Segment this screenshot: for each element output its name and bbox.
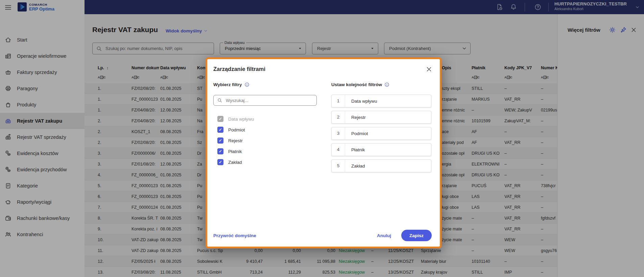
filter-checkbox-label: Podmiot	[228, 127, 245, 132]
search-icon	[217, 98, 222, 103]
restore-defaults-button[interactable]: Przywróć domyślne	[213, 233, 256, 238]
filter-checkbox-label: Płatnik	[228, 149, 242, 154]
modal-search	[213, 95, 317, 106]
filter-order-item[interactable]: 1 Data wpływu	[331, 95, 431, 107]
filter-management-modal: Zarządzanie filtrami Wybierz filtry Data…	[206, 57, 442, 248]
cancel-button[interactable]: Anuluj	[377, 233, 391, 238]
checkbox-icon	[217, 137, 223, 144]
order-number: 1	[332, 95, 345, 107]
app-window: HURTPAPIERNOZYCZKI_TESTBR Aleksandra Kub…	[0, 0, 644, 277]
filter-checkbox[interactable]: Płatnik	[217, 146, 254, 157]
filter-checkbox[interactable]: Data wpływu	[217, 114, 254, 124]
filter-order-item[interactable]: 3 Podmiot	[331, 127, 431, 140]
filter-checkbox-label: Zakład	[228, 160, 242, 165]
order-number: 5	[332, 160, 345, 172]
info-icon[interactable]	[384, 82, 389, 87]
order-number: 3	[332, 127, 345, 140]
checkbox-icon	[217, 116, 223, 122]
filter-order-item[interactable]: 5 Zakład	[331, 159, 431, 172]
checkbox-icon	[217, 127, 223, 133]
order-label: Zakład	[345, 163, 365, 169]
close-icon[interactable]	[426, 66, 432, 73]
order-label: Płatnik	[345, 147, 365, 152]
order-label: Podmiot	[345, 131, 368, 136]
filter-checkbox[interactable]: Zakład	[217, 157, 254, 168]
checkbox-icon	[217, 159, 223, 165]
filter-order-list: 1 Data wpływu 2 Rejestr 3 Podmiot 4 Płat…	[331, 95, 431, 176]
filter-checkbox-label: Data wpływu	[228, 117, 254, 122]
order-label: Data wpływu	[345, 99, 377, 104]
filter-search-input[interactable]	[226, 98, 313, 103]
filter-checkbox[interactable]: Rejestr	[217, 135, 254, 146]
modal-title: Zarządzanie filtrami	[213, 66, 265, 72]
filter-checkbox[interactable]: Podmiot	[217, 124, 254, 135]
select-filters-label: Wybierz filtry	[213, 82, 242, 87]
filter-checkbox-list: Data wpływu Podmiot Rejestr Płatnik	[217, 114, 254, 168]
checkbox-icon	[217, 148, 223, 154]
order-label: Rejestr	[345, 115, 366, 120]
save-button[interactable]: Zapisz	[401, 230, 432, 241]
order-number: 4	[332, 144, 345, 156]
info-icon[interactable]	[244, 82, 249, 87]
filter-order-item[interactable]: 2 Rejestr	[331, 111, 431, 124]
filter-order-item[interactable]: 4 Płatnik	[331, 143, 431, 156]
order-number: 2	[332, 111, 345, 123]
order-filters-label: Ustaw kolejność filtrów	[331, 82, 382, 87]
filter-checkbox-label: Rejestr	[228, 138, 243, 143]
